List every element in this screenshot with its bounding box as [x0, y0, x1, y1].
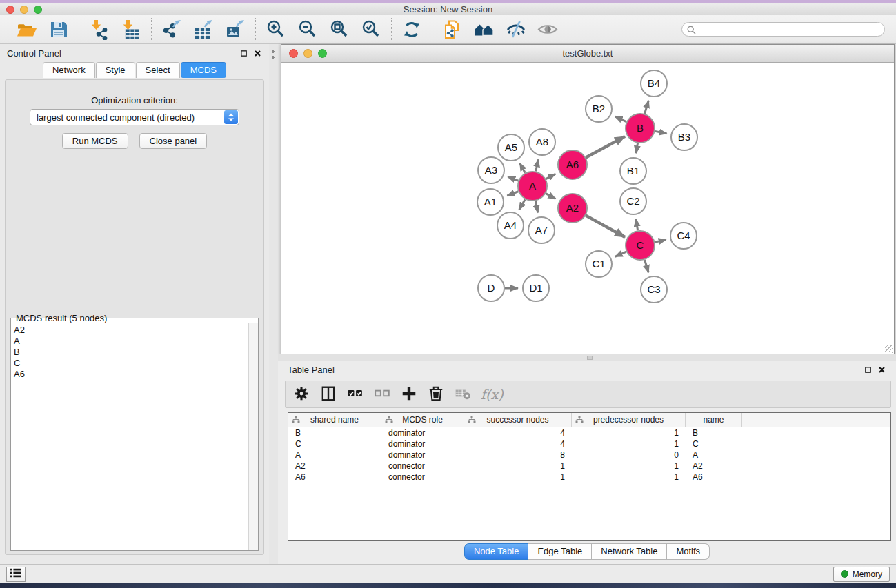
criterion-select[interactable]: largest connected component (directed)	[30, 109, 239, 125]
edge-B-B3[interactable]	[655, 131, 667, 133]
edge-A-A1[interactable]	[507, 192, 518, 196]
tab-edge-table[interactable]: Edge Table	[528, 543, 592, 560]
delete-row-button[interactable]	[426, 384, 446, 405]
tab-network[interactable]: Network	[43, 62, 95, 78]
network-window-titlebar[interactable]: testGlobe.txt	[281, 45, 894, 63]
tab-node-table[interactable]: Node Table	[464, 543, 529, 560]
select-all-button[interactable]	[345, 384, 366, 405]
node-A3[interactable]: A3	[478, 157, 504, 183]
export-image-button[interactable]	[223, 18, 247, 41]
mcds-result-item[interactable]: C	[14, 358, 248, 369]
tab-select[interactable]: Select	[136, 62, 180, 78]
tab-style[interactable]: Style	[96, 62, 135, 78]
node-A5[interactable]: A5	[498, 134, 524, 161]
tab-network-table[interactable]: Network Table	[592, 543, 667, 560]
edge-A-A4[interactable]	[519, 199, 526, 210]
edge-A-A2[interactable]	[546, 194, 555, 199]
edge-C-C1[interactable]	[615, 252, 626, 256]
node-B1[interactable]: B1	[620, 158, 646, 184]
mcds-result-item[interactable]: A6	[14, 369, 248, 380]
import-table-button[interactable]	[119, 18, 143, 41]
horizontal-splitter[interactable]	[278, 354, 896, 361]
run-mcds-button[interactable]: Run MCDS	[62, 133, 128, 149]
save-session-button[interactable]	[47, 18, 70, 41]
edge-A-A7[interactable]	[535, 201, 537, 213]
float-panel-icon[interactable]	[239, 49, 248, 58]
close-panel-icon[interactable]	[253, 49, 262, 58]
delete-table-button[interactable]	[452, 384, 473, 405]
edge-B-B1[interactable]	[636, 143, 637, 154]
edge-A6-B[interactable]	[586, 136, 625, 158]
node-A7[interactable]: A7	[528, 217, 555, 243]
column-header-shared-name[interactable]: shared name	[288, 413, 381, 427]
node-B2[interactable]: B2	[586, 96, 612, 122]
import-network-button[interactable]	[88, 18, 111, 41]
edge-A-A5[interactable]	[520, 163, 526, 173]
first-neighbors-button[interactable]	[472, 18, 496, 41]
show-all-button[interactable]	[536, 18, 559, 41]
table-row[interactable]: Bdominator41B	[288, 427, 890, 438]
mcds-result-item[interactable]: B	[14, 347, 248, 358]
export-table-button[interactable]	[192, 18, 215, 41]
node-A4[interactable]: A4	[497, 212, 524, 239]
table-row[interactable]: A2connector11A2	[288, 460, 890, 472]
node-C4[interactable]: C4	[670, 223, 697, 249]
node-C2[interactable]: C2	[620, 188, 646, 214]
open-session-button[interactable]	[15, 18, 39, 41]
task-history-button[interactable]	[6, 567, 26, 582]
mcds-result-item[interactable]: A	[14, 336, 248, 347]
edge-A-A8[interactable]	[536, 159, 539, 171]
search-input[interactable]	[681, 22, 885, 37]
network-canvas[interactable]: B4B2BB3A8A5A6A3B1AA1C2A2A4A7C4CC1C3DD1	[281, 63, 894, 354]
node-A8[interactable]: A8	[529, 129, 555, 155]
settings-button[interactable]	[291, 384, 312, 405]
node-B[interactable]: B	[626, 114, 655, 143]
edge-A-A6[interactable]	[546, 174, 555, 179]
node-B3[interactable]: B3	[671, 124, 697, 150]
edge-C-C3[interactable]	[645, 260, 649, 272]
node-A2[interactable]: A2	[558, 194, 587, 223]
column-header-MCDS-role[interactable]: MCDS role	[381, 413, 464, 427]
panel-splitter[interactable]	[269, 44, 278, 564]
function-builder-button[interactable]: f(x)	[481, 387, 504, 402]
zoom-out-button[interactable]	[296, 18, 319, 41]
close-panel-button[interactable]: Close panel	[139, 133, 208, 149]
edge-C-C4[interactable]	[655, 240, 666, 243]
export-network-button[interactable]	[160, 18, 183, 41]
table-row[interactable]: Adominator80A	[288, 449, 890, 460]
memory-button[interactable]: Memory	[833, 567, 890, 582]
column-header-predecessor-nodes[interactable]: predecessor nodes	[572, 413, 686, 427]
zoom-in-button[interactable]	[264, 18, 288, 41]
zoom-selected-button[interactable]	[359, 18, 383, 41]
node-D1[interactable]: D1	[523, 275, 549, 301]
close-table-panel-icon[interactable]	[877, 365, 886, 374]
tab-motifs[interactable]: Motifs	[667, 543, 710, 560]
columns-button[interactable]	[318, 384, 339, 405]
column-header-name[interactable]: name	[686, 413, 742, 427]
node-A6[interactable]: A6	[558, 150, 587, 179]
resize-grip[interactable]	[885, 345, 893, 353]
node-C[interactable]: C	[626, 231, 655, 260]
edge-B-B2[interactable]	[615, 116, 627, 122]
edge-B-B4[interactable]	[644, 101, 648, 114]
refresh-button[interactable]	[400, 18, 424, 41]
node-D[interactable]: D	[478, 275, 504, 301]
float-table-panel-icon[interactable]	[864, 365, 873, 374]
node-A[interactable]: A	[518, 172, 547, 201]
node-A1[interactable]: A1	[477, 189, 504, 215]
edge-A2-C[interactable]	[586, 216, 625, 237]
node-B4[interactable]: B4	[641, 70, 667, 97]
node-C1[interactable]: C1	[586, 251, 612, 277]
mcds-list-scrollbar[interactable]	[248, 323, 258, 550]
table-row[interactable]: A6connector11A6	[288, 472, 890, 483]
node-C3[interactable]: C3	[641, 276, 667, 303]
deselect-all-button[interactable]	[372, 384, 392, 405]
column-header-successor-nodes[interactable]: successor nodes	[464, 413, 572, 427]
add-row-button[interactable]	[399, 384, 419, 405]
table-row[interactable]: Cdominator41C	[288, 438, 890, 449]
mcds-result-item[interactable]: A2	[14, 325, 248, 336]
edge-A-A3[interactable]	[508, 176, 518, 181]
tab-mcds[interactable]: MCDS	[181, 62, 226, 78]
copy-network-button[interactable]	[441, 18, 464, 41]
hide-selected-button[interactable]	[504, 18, 528, 41]
